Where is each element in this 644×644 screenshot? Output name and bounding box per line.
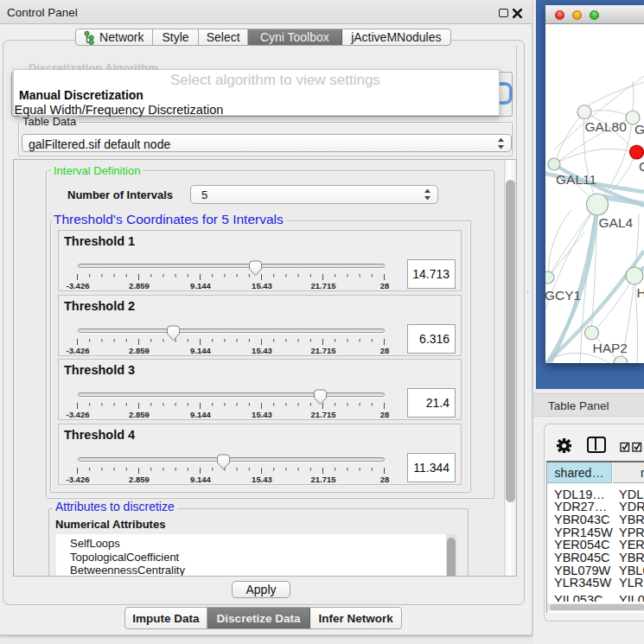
svg-text:GAL80: GAL80 (585, 119, 628, 134)
svg-text:GCY1: GCY1 (545, 288, 581, 303)
svg-text:GAL4: GAL4 (599, 215, 634, 230)
svg-text:GAL11: GAL11 (556, 172, 596, 187)
svg-text:HI: HI (637, 285, 644, 300)
svg-text:C: C (639, 159, 644, 174)
svg-text:GA: GA (634, 122, 644, 137)
svg-text:HAP2: HAP2 (593, 341, 628, 355)
